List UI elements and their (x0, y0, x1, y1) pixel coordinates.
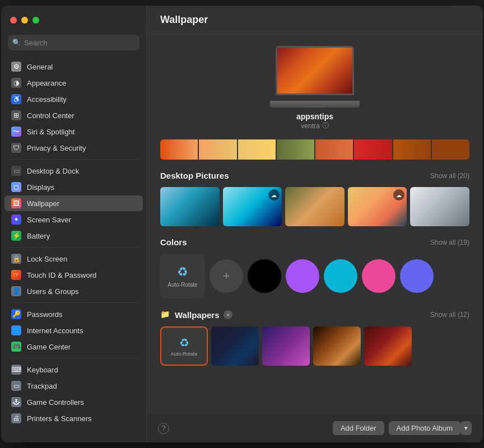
sidebar-item-screensaver[interactable]: ✦ Screen Saver (4, 212, 143, 227)
color-swatch-cyan[interactable] (324, 259, 357, 293)
sidebar-label-battery: Battery (27, 232, 50, 240)
picture-thumb-5[interactable] (410, 187, 469, 226)
sidebar-item-general[interactable]: ⚙ General (4, 59, 143, 74)
search-icon: 🔍 (12, 39, 21, 46)
desktop-pictures-show-all[interactable]: Show all (20) (430, 172, 469, 180)
sidebar-label-users: Users & Groups (27, 287, 78, 296)
sidebar-item-touchid[interactable]: ☞ Touch ID & Password (4, 267, 143, 283)
add-photo-album-dropdown[interactable]: ▾ (460, 421, 472, 435)
sidebar-section-1: ⚙ General ◑ Appearance ♿ Accessibility ⊞… (1, 59, 146, 156)
sidebar-label-appearance: Appearance (27, 79, 66, 87)
picture-thumb-3[interactable] (285, 187, 345, 226)
divider-2 (8, 247, 139, 248)
sidebar-item-controlcenter[interactable]: ⊞ Control Center (4, 108, 143, 123)
sidebar-item-displays[interactable]: ◻ Displays (4, 179, 143, 195)
sidebar-item-desktop[interactable]: ▭ Desktop & Dock (4, 163, 143, 179)
color-strip-8[interactable] (432, 139, 469, 160)
add-photo-album-button[interactable]: Add Photo Album (389, 421, 460, 435)
colors-section: Colors Show all (19) ♻ Auto-Rotate + (160, 237, 469, 298)
sidebar-item-passwords[interactable]: 🔑 Passwords (4, 306, 143, 322)
settings-window: 🔍 ⚙ General ◑ Appearance ♿ Accessibility (1, 6, 483, 442)
maximize-button[interactable] (32, 17, 39, 24)
desktop-pictures-title: Desktop Pictures (160, 171, 229, 180)
laptop-screen-wallpaper (277, 48, 352, 94)
sidebar-item-privacy[interactable]: 🛡 Privacy & Security (4, 140, 143, 156)
sidebar-item-siri[interactable]: 〜 Siri & Spotlight (4, 124, 143, 139)
color-swatch-black[interactable] (248, 259, 281, 293)
sidebar-item-battery[interactable]: ⚡ Battery (4, 228, 143, 244)
minimize-button[interactable] (21, 17, 28, 24)
sidebar-label-gamecontrollers: Game Controllers (27, 398, 84, 407)
add-folder-button[interactable]: Add Folder (333, 421, 384, 435)
color-auto-rotate[interactable]: ♻ Auto-Rotate (160, 254, 205, 298)
touchid-icon: ☞ (11, 270, 21, 280)
info-icon[interactable]: ⓘ (322, 121, 329, 130)
add-photo-album-group: Add Photo Album ▾ (389, 421, 472, 435)
picture-thumb-1[interactable] (160, 187, 220, 226)
color-strip-3[interactable] (238, 139, 276, 160)
color-strip-4[interactable] (277, 139, 314, 160)
colors-show-all[interactable]: Show all (19) (430, 239, 469, 246)
sidebar-item-wallpaper[interactable]: 🖼 Wallpaper (4, 195, 143, 211)
color-strip-6[interactable] (354, 139, 392, 160)
help-button[interactable]: ? (158, 423, 169, 434)
wallpaper-thumb-3[interactable] (262, 326, 310, 366)
sidebar-label-siri: Siri & Spotlight (27, 128, 75, 136)
sidebar-item-appearance[interactable]: ◑ Appearance (4, 75, 143, 91)
sidebar-section-5: ⌨ Keyboard ▭ Trackpad 🕹 Game Controllers… (1, 362, 146, 426)
picture-thumb-4[interactable]: ☁ (348, 187, 407, 226)
titlebar (1, 6, 146, 35)
search-box[interactable]: 🔍 (8, 35, 139, 50)
sidebar-label-desktop: Desktop & Dock (27, 167, 79, 175)
sidebar-label-general: General (27, 63, 53, 71)
laptop-name: appsntips (296, 112, 333, 121)
search-input[interactable] (24, 39, 135, 47)
colors-header: Colors Show all (19) (160, 237, 469, 247)
sidebar-item-printers[interactable]: 🖨 Printers & Scanners (4, 410, 143, 426)
folder-icon: 📁 (160, 310, 170, 320)
color-strip-1[interactable] (160, 139, 198, 160)
wallpaper-thumb-1[interactable]: ♻ Auto-Rotate (160, 326, 208, 366)
wallpaper-auto-icon: ♻ (179, 336, 189, 349)
sidebar-item-trackpad[interactable]: ▭ Trackpad (4, 378, 143, 394)
color-strip-5[interactable] (315, 139, 353, 160)
users-icon: 👤 (11, 286, 21, 296)
wallpapers-grid: ♻ Auto-Rotate (160, 326, 469, 366)
color-strip-2[interactable] (199, 139, 236, 160)
sidebar-item-internet[interactable]: 🌐 Internet Accounts (4, 323, 143, 338)
sidebar-item-gamecontrollers[interactable]: 🕹 Game Controllers (4, 394, 143, 410)
screensaver-icon: ✦ (11, 214, 21, 225)
close-button[interactable] (10, 17, 17, 24)
sidebar-label-internet: Internet Accounts (27, 326, 83, 335)
colors-title: Colors (160, 237, 187, 247)
wallpapers-show-all[interactable]: Show all (12) (430, 311, 469, 319)
remove-folder-button[interactable]: ✕ (224, 310, 232, 319)
sidebar-label-lockscreen: Lock Screen (27, 255, 67, 263)
wallpaper-auto-label: Auto-Rotate (170, 351, 197, 357)
sidebar-item-accessibility[interactable]: ♿ Accessibility (4, 91, 143, 107)
main-scroll: appsntips ventra ⓘ (147, 35, 483, 413)
picture-thumb-2[interactable]: ☁ (223, 187, 282, 226)
wallpaper-thumb-2[interactable] (211, 326, 259, 366)
laptop-subtitle-text: ventra (301, 122, 319, 130)
battery-icon: ⚡ (11, 231, 21, 241)
sidebar-item-users[interactable]: 👤 Users & Groups (4, 283, 143, 299)
color-strip[interactable] (160, 139, 469, 160)
color-strip-7[interactable] (393, 139, 431, 160)
sidebar-section-3: 🔒 Lock Screen ☞ Touch ID & Password 👤 Us… (1, 251, 146, 299)
appearance-icon: ◑ (11, 78, 21, 88)
sidebar-item-keyboard[interactable]: ⌨ Keyboard (4, 362, 143, 377)
desktop-pictures-section: Desktop Pictures Show all (20) ☁ ☁ (160, 171, 469, 226)
color-swatch-purple[interactable] (286, 259, 319, 293)
sidebar-label-privacy: Privacy & Security (27, 144, 86, 152)
sidebar-item-lockscreen[interactable]: 🔒 Lock Screen (4, 251, 143, 267)
color-swatch-pink[interactable] (362, 259, 395, 293)
wallpaper-thumb-4[interactable] (313, 326, 361, 366)
main-content: Wallpaper appsntips ventra ⓘ (147, 6, 483, 442)
wallpaper-thumb-5[interactable] (364, 326, 412, 366)
color-add-button[interactable]: + (210, 259, 243, 293)
auto-rotate-label: Auto-Rotate (167, 282, 197, 288)
color-swatch-indigo[interactable] (400, 259, 434, 293)
desktop-pictures-header: Desktop Pictures Show all (20) (160, 171, 469, 180)
sidebar-item-gamecenter[interactable]: 🎮 Game Center (4, 339, 143, 354)
